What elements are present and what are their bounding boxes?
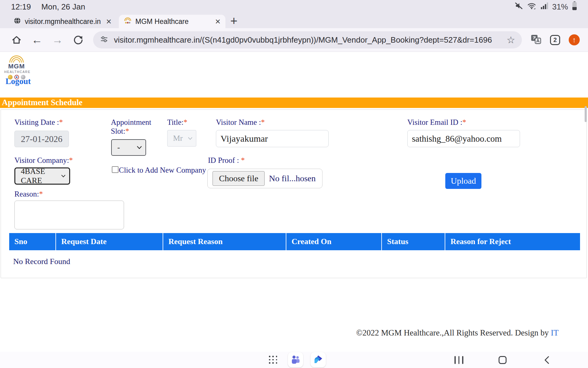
home-nav-button[interactable] bbox=[499, 356, 507, 364]
col-header-sno: Sno bbox=[9, 233, 56, 250]
id-proof-file-input[interactable]: Choose file No fil...hosen bbox=[207, 169, 322, 188]
taskbar bbox=[0, 352, 588, 368]
back-nav-button[interactable] bbox=[544, 356, 549, 366]
close-icon[interactable]: × bbox=[215, 17, 221, 26]
tab-switcher-button[interactable]: 2 bbox=[550, 35, 560, 45]
id-proof-label: ID Proof : * bbox=[208, 156, 245, 165]
title-select[interactable]: Mr bbox=[167, 130, 196, 147]
logo-arcs-icon bbox=[6, 55, 27, 63]
add-company-checkbox[interactable] bbox=[112, 166, 119, 173]
url-bar[interactable]: visitor.mgmhealthcare.in/(S(n41gd0pv0vub… bbox=[93, 31, 522, 48]
appointment-slot-label: Appointment Slot:* bbox=[111, 118, 154, 136]
tab-count: 2 bbox=[553, 36, 557, 44]
col-header-created-on: Created On bbox=[286, 233, 382, 250]
tab-label: MGM Healthcare bbox=[135, 17, 211, 26]
translate-icon[interactable] bbox=[530, 34, 541, 46]
chevron-down-icon bbox=[188, 137, 192, 140]
new-tab-button[interactable]: + bbox=[230, 14, 237, 28]
reason-textarea[interactable] bbox=[14, 201, 124, 229]
logo-subtitle: HEALTHCARE bbox=[4, 70, 29, 74]
appointment-slot-select[interactable]: - bbox=[111, 139, 146, 156]
status-date: Mon, 26 Jan bbox=[41, 2, 85, 12]
recent-apps-button[interactable] bbox=[454, 356, 463, 364]
battery-icon bbox=[572, 1, 577, 13]
tab-strip: visitor.mgmhealthcare.in × MGM Healthcar… bbox=[0, 13, 588, 28]
mgm-favicon bbox=[124, 17, 132, 26]
table-header-row: Sno Request Date Request Reason Created … bbox=[9, 233, 580, 250]
visitor-company-label: Visitor Company:* bbox=[14, 156, 73, 165]
globe-icon bbox=[13, 17, 21, 26]
page-scrollbar[interactable] bbox=[585, 106, 587, 122]
url-text[interactable]: visitor.mgmhealthcare.in/(S(n41gd0pv0vub… bbox=[114, 35, 501, 45]
mute-icon bbox=[514, 2, 523, 12]
col-header-request-reason: Request Reason bbox=[163, 233, 286, 250]
title-label: Title:* bbox=[167, 118, 187, 127]
signal-icon bbox=[540, 2, 548, 12]
battery-percent: 31% bbox=[552, 2, 568, 12]
browser-update-icon[interactable]: ↑ bbox=[569, 34, 580, 45]
upload-button[interactable]: Upload bbox=[445, 173, 481, 189]
logo-title: MGM bbox=[4, 63, 29, 70]
col-header-reason-for-reject: Reason for Reject bbox=[445, 233, 580, 250]
close-icon[interactable]: × bbox=[106, 17, 111, 26]
no-record-message: No Record Found bbox=[13, 257, 70, 266]
logout-link[interactable]: Logout bbox=[6, 77, 31, 86]
visitor-email-label: Visitor Email ID :* bbox=[407, 118, 466, 127]
screen: 12:19 Mon, 26 Jan 31% bbox=[0, 0, 588, 368]
app-drawer-icon[interactable] bbox=[269, 356, 277, 364]
visitor-name-label: Visitor Name :* bbox=[216, 118, 265, 127]
tab-mgm-healthcare[interactable]: MGM Healthcare × bbox=[119, 15, 225, 28]
site-settings-icon[interactable] bbox=[100, 35, 108, 45]
home-button[interactable] bbox=[11, 35, 22, 45]
tab-visitor-site[interactable]: visitor.mgmhealthcare.in × bbox=[9, 15, 116, 28]
choose-file-button[interactable]: Choose file bbox=[213, 171, 265, 186]
reason-label: Reason:* bbox=[14, 190, 43, 198]
footer-text: ©2022 MGM Healthcare.,All Rights Reserve… bbox=[356, 328, 559, 338]
tab-label: visitor.mgmhealthcare.in bbox=[25, 17, 102, 26]
back-button[interactable]: ← bbox=[32, 34, 43, 45]
page-title: Appointment Schedule bbox=[0, 98, 588, 108]
col-header-request-date: Request Date bbox=[56, 233, 163, 250]
bookmark-star-icon[interactable]: ☆ bbox=[507, 34, 515, 46]
visitor-company-select[interactable]: 4BASE CARE bbox=[14, 167, 70, 185]
col-header-status: Status bbox=[382, 233, 445, 250]
chevron-down-icon bbox=[137, 146, 142, 149]
clock: 12:19 bbox=[11, 2, 31, 12]
browser-toolbar: ← → visitor.mgmhealthcare.in/(S(n41gd0pv… bbox=[0, 28, 588, 52]
footer-it-link[interactable]: IT bbox=[551, 328, 559, 337]
visiting-date-label: Visiting Date :* bbox=[14, 118, 63, 127]
mgm-logo: MGM HEALTHCARE bbox=[4, 55, 29, 79]
reload-button[interactable] bbox=[73, 35, 84, 45]
chevron-down-icon bbox=[61, 174, 66, 178]
visiting-date-input[interactable] bbox=[14, 131, 69, 147]
visitor-name-input[interactable] bbox=[216, 130, 329, 147]
page-content: MGM HEALTHCARE Logout Appointment Schedu… bbox=[0, 52, 588, 352]
forward-button[interactable]: → bbox=[52, 34, 63, 45]
appointment-form-panel: Visiting Date :* Appointment Slot:* Titl… bbox=[1, 109, 587, 278]
status-bar: 12:19 Mon, 26 Jan 31% bbox=[0, 0, 588, 13]
add-company-checkbox-label[interactable]: Click to Add New Company bbox=[119, 166, 206, 174]
teams-app-icon[interactable] bbox=[288, 352, 303, 367]
loop-app-icon[interactable] bbox=[311, 352, 326, 367]
visitor-email-input[interactable] bbox=[407, 130, 520, 147]
wifi-icon bbox=[527, 2, 536, 12]
requests-table: Sno Request Date Request Reason Created … bbox=[9, 233, 580, 250]
file-status-text: No fil...hosen bbox=[269, 174, 315, 183]
